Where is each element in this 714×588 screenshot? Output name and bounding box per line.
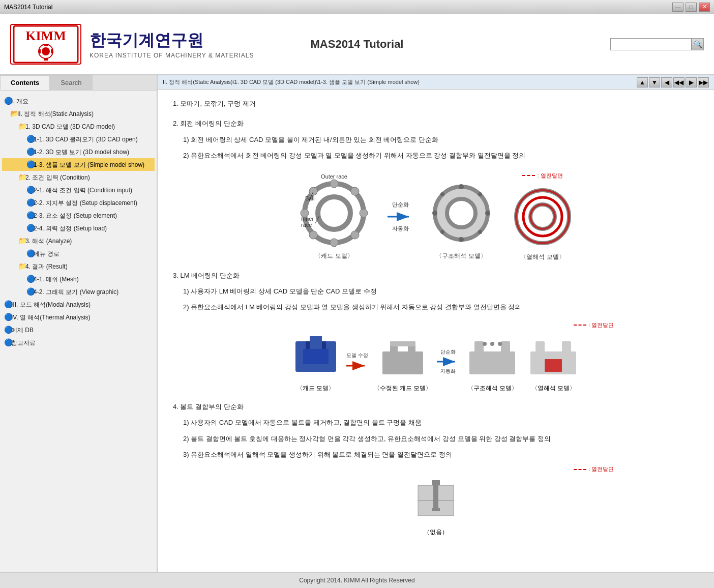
lm-thermal-label: : 열전달면 bbox=[258, 321, 614, 329]
svg-point-32 bbox=[485, 211, 490, 216]
sidebar-item-menu[interactable]: 🔵 메뉴 경로 bbox=[2, 247, 155, 260]
main-layout: Contents Search 🔵 I. 개요 📂 II. 정적 해석(Stat… bbox=[0, 75, 714, 572]
app-title: MAS2014 Tutorial bbox=[311, 38, 404, 51]
svg-point-31 bbox=[432, 211, 437, 216]
section-1: 1. 모따기, 모깎기, 구멍 제거 bbox=[173, 98, 699, 109]
svg-point-16 bbox=[309, 187, 317, 195]
page-icon: 🔵 bbox=[26, 185, 34, 195]
bearing-cad-svg: Outer race bbox=[296, 172, 372, 249]
svg-rect-4 bbox=[44, 44, 48, 46]
bolt-thermal-dash bbox=[574, 469, 586, 470]
sidebar-item-ii-정적해석[interactable]: 📂 II. 정적 해석(Static Analysis) bbox=[2, 107, 155, 120]
sidebar-item-4-1[interactable]: 🔵 4-1. 메쉬 (Mesh) bbox=[2, 273, 155, 285]
text-1: 1. 모따기, 모깎기, 구멍 제거 bbox=[173, 98, 699, 109]
header: KIMM 한국기계연구원 KOREA INSTITUTE OF MACHINER… bbox=[0, 14, 714, 75]
section-3: 3. LM 베어링의 단순화 1) 사용자가 LM 베어링의 상세 CAD 모델… bbox=[173, 270, 699, 393]
nav-next-button[interactable]: ▶ bbox=[686, 77, 697, 87]
sidebar-item-4-결과[interactable]: 📁 4. 결과 (Result) bbox=[2, 260, 155, 273]
text-3-2: 2) 유한요소해석에서 LM 베어링의 강성 모델과 열 모델을 생성하기 위해… bbox=[173, 301, 699, 313]
sidebar-item-참고자료[interactable]: 🔵 참고자료 bbox=[2, 336, 155, 349]
page-icon: 🔵 bbox=[26, 197, 34, 208]
tab-search[interactable]: Search bbox=[50, 75, 92, 90]
section-4: 4. 볼트 결합부의 단순화 1) 사용자의 CAD 모델에서 자동으로 볼트를… bbox=[173, 401, 699, 537]
section-icon: 🔵 bbox=[4, 299, 11, 310]
svg-point-33 bbox=[440, 192, 444, 196]
sidebar-item-2-조건[interactable]: 📁 2. 조건 입력 (Condition) bbox=[2, 171, 155, 184]
simplify-label: 단순화 bbox=[392, 201, 409, 209]
svg-rect-61 bbox=[536, 341, 545, 363]
sidebar-item-3-해석[interactable]: 📁 3. 해석 (Analyze) bbox=[2, 234, 155, 247]
lm-struct: 〈구조해석 모델〉 bbox=[464, 331, 520, 393]
svg-point-41 bbox=[530, 204, 555, 229]
folder-icon: 📁 bbox=[18, 172, 25, 183]
close-button[interactable]: ✕ bbox=[699, 3, 710, 12]
sidebar-item-label: 1-3. 샘플 모델 보기 (Simple model show) bbox=[34, 160, 144, 169]
sidebar-item-2-3[interactable]: 🔵 2-3. 요소 설정 (Setup element) bbox=[2, 209, 155, 222]
nav-prev2-button[interactable]: ◀◀ bbox=[673, 77, 685, 87]
lm-cad-label: 〈캐드 모델〉 bbox=[296, 384, 335, 393]
sidebar-tabs: Contents Search bbox=[0, 75, 157, 91]
sidebar: Contents Search 🔵 I. 개요 📂 II. 정적 해석(Stat… bbox=[0, 75, 158, 572]
text-3-1: 1) 사용자가 LM 베어링의 상세 CAD 모델을 단순 CAD 모델로 수정 bbox=[173, 285, 699, 297]
svg-rect-7 bbox=[51, 49, 53, 53]
lm-diagram: : 열전달면 bbox=[173, 321, 699, 393]
lm-thermal-dash bbox=[574, 325, 586, 326]
sidebar-item-2-4[interactable]: 🔵 2-4. 외력 설정 (Setup load) bbox=[2, 222, 155, 234]
folder-icon: 📁 bbox=[18, 121, 25, 132]
text-4: 4. 볼트 결합부의 단순화 bbox=[173, 401, 699, 413]
sidebar-item-label: I. 개요 bbox=[11, 97, 28, 106]
svg-rect-68 bbox=[432, 508, 440, 511]
svg-rect-48 bbox=[382, 351, 423, 374]
tab-contents[interactable]: Contents bbox=[0, 75, 50, 90]
svg-text:Inner: Inner bbox=[301, 216, 314, 222]
sidebar-item-1-2[interactable]: 🔵 1-2. 3D 모델 보기 (3D model show) bbox=[2, 145, 155, 158]
section-2: 2. 회전 베어링의 단순화 1) 회전 베어링의 상세 CAD 모델을 볼이 … bbox=[173, 117, 699, 261]
page-icon: 🔵 bbox=[26, 274, 34, 284]
search-button[interactable]: 🔍 bbox=[692, 38, 704, 50]
bolt-models-row: （없음） bbox=[410, 475, 461, 537]
nav-prev-button[interactable]: ◀ bbox=[661, 77, 672, 87]
svg-text:Ball: Ball bbox=[305, 195, 314, 201]
sidebar-content[interactable]: 🔵 I. 개요 📂 II. 정적 해석(Static Analysis) 📁 1… bbox=[0, 91, 157, 572]
sidebar-item-1-3[interactable]: 🔵 1-3. 샘플 모델 보기 (Simple model show) bbox=[2, 158, 155, 171]
bolt-cad: （없음） bbox=[410, 475, 461, 537]
sidebar-item-4-2[interactable]: 🔵 4-2. 그래픽 보기 (View graphic) bbox=[2, 285, 155, 298]
maximize-button[interactable]: □ bbox=[686, 3, 697, 12]
content-area[interactable]: 1. 모따기, 모깎기, 구멍 제거 2. 회전 베어링의 단순화 1) 회전 … bbox=[158, 90, 714, 572]
minimize-button[interactable]: — bbox=[672, 3, 683, 12]
nav-down-button[interactable]: ▼ bbox=[649, 77, 660, 87]
folder-icon: 📂 bbox=[10, 108, 17, 119]
bearing-struct-svg bbox=[428, 172, 494, 249]
sidebar-item-iv[interactable]: 🔵 IV. 열 해석(Thermal Analysis) bbox=[2, 311, 155, 324]
bolt-thermal-label: : 열전달면 bbox=[258, 465, 614, 473]
sidebar-item-label: 4. 결과 (Result) bbox=[25, 262, 68, 271]
automate-label: 자동화 bbox=[392, 225, 409, 232]
folder-icon: 📁 bbox=[18, 236, 25, 246]
sidebar-item-1-1[interactable]: 🔵 1-1. 3D CAD 불러오기 (3D CAD open) bbox=[2, 133, 155, 145]
nav-controls: ▲ ▼ ◀ ◀◀ ▶ ▶▶ bbox=[637, 77, 709, 87]
svg-rect-51 bbox=[390, 341, 415, 346]
bullet-icon: 🔵 bbox=[4, 96, 11, 106]
lm-thermal-svg bbox=[525, 331, 581, 382]
svg-rect-43 bbox=[303, 349, 329, 364]
svg-text:Outer race: Outer race bbox=[321, 173, 347, 180]
sidebar-item-label: 예제 DB bbox=[11, 326, 34, 335]
nav-next2-button[interactable]: ▶▶ bbox=[698, 77, 709, 87]
sidebar-item-예제db[interactable]: 🔵 예제 DB bbox=[2, 324, 155, 336]
nav-up-button[interactable]: ▲ bbox=[637, 77, 648, 87]
svg-point-17 bbox=[351, 187, 359, 195]
section-icon: 🔵 bbox=[4, 337, 11, 348]
sidebar-item-i-개요[interactable]: 🔵 I. 개요 bbox=[2, 95, 155, 107]
sidebar-item-2-1[interactable]: 🔵 2-1. 해석 조건 입력 (Condition input) bbox=[2, 184, 155, 196]
page-icon: 🔵 bbox=[26, 286, 34, 297]
breadcrumb: II. 정적 해석(Static Analysis)\1. 3D CAD 모델 … bbox=[163, 78, 420, 86]
sidebar-item-2-2[interactable]: 🔵 2-2. 지지부 설정 (Setup displacement) bbox=[2, 196, 155, 209]
svg-rect-5 bbox=[44, 58, 48, 61]
sidebar-item-3d-cad[interactable]: 📁 1. 3D CAD 모델 (3D CAD model) bbox=[2, 120, 155, 133]
sidebar-item-iii[interactable]: 🔵 III. 모드 해석(Modal Analysis) bbox=[2, 298, 155, 311]
text-2-1: 1) 회전 베어링의 상세 CAD 모델을 볼이 제거된 내/외륜만 있는 회전… bbox=[173, 134, 699, 145]
search-input[interactable] bbox=[610, 38, 692, 50]
text-3: 3. LM 베어링의 단순화 bbox=[173, 270, 699, 281]
copyright-text: Copyright 2014. KIMM All Rights Reserved bbox=[299, 577, 414, 584]
bearing-diagram: Outer race bbox=[173, 172, 699, 261]
